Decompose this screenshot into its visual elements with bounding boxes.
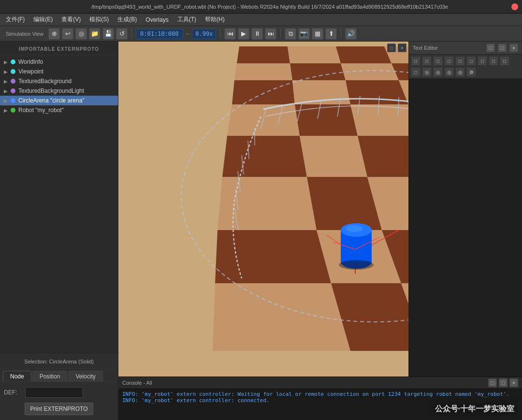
tree-dot-robot [11, 108, 15, 113]
viewport-min-btn[interactable]: □ [387, 43, 396, 52]
tree-label-robot: Robot "my_robot" [18, 107, 64, 114]
text-editor-toolbar: □ □ □ □ □ □ □ □ □ □ ◎ ◎ ◎ ◎ ⚙ [409, 55, 522, 79]
tree-dot-texturedbg [11, 79, 15, 84]
svg-line-52 [398, 97, 399, 116]
te-btn-14[interactable]: ◎ [455, 67, 465, 77]
te-btn-6[interactable]: □ [466, 56, 476, 66]
speed-display: 0.99x [192, 29, 216, 39]
svg-marker-7 [336, 46, 392, 63]
node-tabs: Node Position Velocity [0, 368, 118, 382]
menu-simulate[interactable]: 模拟(S) [86, 14, 113, 25]
tree-item-texturedbglight[interactable]: ▶ TexturedBackgroundLight [0, 86, 118, 96]
toolbar-eye-btn[interactable]: ◎ [75, 28, 87, 40]
sim-view-label: Simulation View [3, 30, 46, 38]
console-min-btn[interactable]: □ [488, 378, 497, 387]
menu-build[interactable]: 生成(B) [114, 14, 141, 25]
te-btn-4[interactable]: □ [444, 56, 454, 66]
video-btn[interactable]: ▦ [312, 28, 323, 40]
te-btn-1[interactable]: □ [411, 56, 420, 66]
te-btn-9[interactable]: □ [500, 56, 509, 66]
toolbar-folder-btn[interactable]: 📁 [89, 28, 101, 40]
console-content: INFO: 'my_robot' extern controller: Wait… [118, 389, 522, 420]
toolbar-new-btn[interactable]: ⊕ [48, 28, 60, 40]
step-back-btn[interactable]: ⏮ [224, 28, 236, 40]
screenshot-btn[interactable]: 📷 [298, 28, 310, 40]
svg-point-70 [346, 225, 363, 232]
console: Console - All □ □ × INFO: 'my_robot' ext… [118, 377, 522, 420]
tree-item-worldinfo[interactable]: ▶ WorldInfo [0, 57, 118, 67]
right-panel: □ × Text Editor □ □ × □ □ □ [118, 42, 522, 420]
node-panel: DEF: Print EXTERNPROTO [0, 382, 118, 420]
menu-overlays[interactable]: Overlays [142, 15, 172, 25]
tree-label-viewpoint: Viewpoint [18, 68, 44, 75]
editor-max-btn[interactable]: □ [498, 43, 507, 52]
tree-arrow-worldinfo: ▶ [4, 59, 10, 65]
svg-point-71 [339, 260, 374, 270]
toolbar-save-btn[interactable]: 💾 [102, 28, 114, 40]
tree-label-circlearena: CircleArena "circle arena" [18, 97, 85, 104]
menu-tools[interactable]: 工具(T) [174, 14, 200, 25]
te-btn-8[interactable]: □ [489, 56, 498, 66]
tab-node[interactable]: Node [3, 371, 31, 382]
tree-dot-viewpoint [11, 69, 15, 74]
svg-marker-6 [288, 46, 341, 63]
tree-item-viewpoint[interactable]: ▶ Viewpoint [0, 67, 118, 76]
scene-svg [118, 42, 408, 377]
tree-arrow-circlearena: ▶ [4, 98, 10, 103]
te-btn-15[interactable]: ⚙ [466, 67, 476, 77]
tree-arrow-robot: ▶ [4, 108, 10, 113]
tree-item-texturedbg[interactable]: ▶ TexturedBackground [0, 76, 118, 86]
toolbar-reload-btn[interactable]: ↺ [116, 28, 128, 40]
tab-position[interactable]: Position [32, 371, 68, 382]
menu-file[interactable]: 文件(F) [2, 14, 29, 25]
editor-controls: □ □ × [486, 43, 518, 52]
sound-btn[interactable]: 🔊 [345, 28, 357, 40]
te-btn-5[interactable]: □ [455, 56, 465, 66]
menu-view[interactable]: 查看(V) [58, 14, 85, 25]
play-btn[interactable]: ▶ [238, 28, 249, 40]
time-display: 0:01:10:080 [136, 29, 183, 39]
fast-fwd-btn[interactable]: ⏭ [265, 28, 276, 40]
tree-label-worldinfo: WorldInfo [18, 58, 43, 65]
window-title: /tmp/tmps0qq9493_world_with_URDF_robot.w… [91, 4, 448, 10]
3d-viewport[interactable]: □ × [118, 42, 408, 377]
te-btn-7[interactable]: □ [478, 56, 487, 66]
toolbar-open-btn[interactable]: ↩ [62, 28, 73, 40]
svg-marker-12 [290, 63, 346, 80]
close-button[interactable] [511, 3, 518, 10]
viewport-close-btn[interactable]: × [398, 43, 406, 52]
toolbar-divider-2 [220, 29, 220, 39]
svg-marker-11 [234, 63, 292, 80]
te-btn-11[interactable]: ◎ [422, 67, 432, 77]
te-btn-10[interactable]: □ [411, 67, 420, 77]
time-sep: – [185, 30, 190, 37]
print-externproto-button[interactable]: Print EXTERNPROTO [25, 403, 93, 415]
console-close-btn[interactable]: × [509, 378, 518, 387]
tree-item-circlearena[interactable]: ▶ CircleArena "circle arena" [0, 96, 118, 105]
menu-help[interactable]: 帮助(H) [201, 14, 229, 25]
share-btn[interactable]: ⬆ [325, 28, 337, 40]
te-btn-2[interactable]: □ [422, 56, 432, 66]
def-input[interactable] [25, 387, 83, 398]
copy-btn[interactable]: ⧉ [285, 28, 296, 40]
main-content: IMPORTABLE EXTERNPROTO ▶ WorldInfo ▶ Vie… [0, 42, 522, 420]
tree-arrow-texturedbg: ▶ [4, 79, 10, 84]
tab-velocity[interactable]: Velocity [68, 371, 102, 382]
console-max-btn[interactable]: □ [499, 378, 508, 387]
toolbar-divider-4 [341, 29, 341, 39]
te-btn-13[interactable]: ◎ [444, 67, 454, 77]
svg-marker-23 [295, 104, 358, 136]
def-field: DEF: [4, 387, 114, 398]
te-btn-3[interactable]: □ [433, 56, 443, 66]
te-btn-12[interactable]: ◎ [433, 67, 443, 77]
editor-close-btn[interactable]: × [509, 43, 518, 52]
tree-item-robot[interactable]: ▶ Robot "my_robot" [0, 105, 118, 115]
console-controls: □ □ × [488, 378, 518, 387]
text-editor-content [409, 79, 522, 377]
pause-btn[interactable]: ⏸ [251, 28, 263, 40]
menu-edit[interactable]: 编辑(E) [29, 14, 57, 25]
editor-min-btn[interactable]: □ [486, 43, 495, 52]
console-line-2: INFO: 'my_robot' extern controller: conn… [122, 397, 518, 404]
menu-bar: 文件(F) 编辑(E) 查看(V) 模拟(S) 生成(B) Overlays 工… [0, 14, 522, 26]
left-panel: IMPORTABLE EXTERNPROTO ▶ WorldInfo ▶ Vie… [0, 42, 118, 420]
